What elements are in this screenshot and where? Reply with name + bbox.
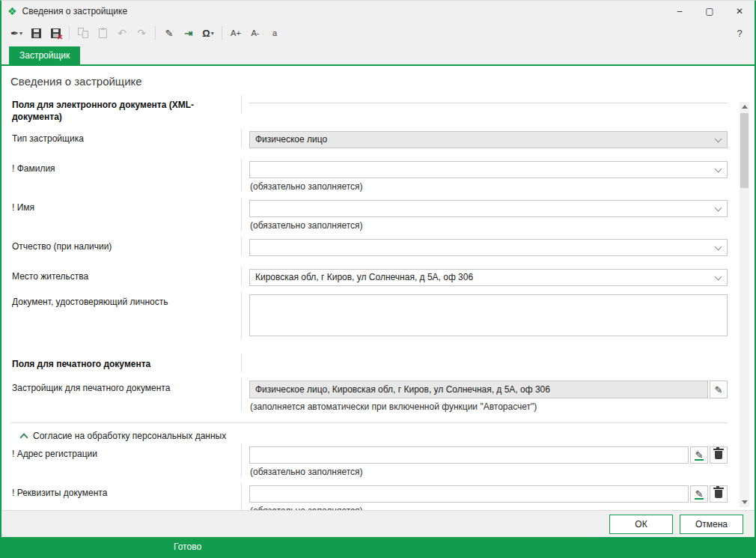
app-icon: ❖ — [7, 5, 17, 17]
field-row-surname: ! Фамилия (обязательно заполняется) — [1, 159, 728, 192]
minimize-button[interactable]: – — [665, 1, 695, 22]
close-button[interactable]: ✕ — [725, 1, 755, 22]
magic-wand-icon: ✎ — [165, 28, 174, 39]
trash-icon — [715, 490, 722, 498]
chevron-down-icon — [715, 204, 722, 212]
paste-button[interactable] — [94, 24, 112, 42]
import-button[interactable]: ⇥ — [180, 24, 198, 42]
page-title: Сведения о застройщике — [10, 75, 755, 88]
chevron-down-icon — [715, 243, 722, 251]
chevron-down-icon — [715, 273, 722, 281]
surname-hint: (обязательно заполняется) — [250, 181, 728, 192]
surname-combobox[interactable] — [249, 161, 728, 178]
fill-dropdown-button[interactable]: ✒ ▾ — [7, 24, 25, 42]
name-cell: (обязательно заполняется) — [241, 198, 728, 231]
font-increase-button[interactable]: A+ — [227, 24, 245, 42]
copy-button[interactable] — [74, 24, 92, 42]
font-decrease-button[interactable]: A- — [246, 24, 264, 42]
docreq-input[interactable] — [249, 485, 689, 503]
docreq-hint: (обязательно заполняется) — [250, 506, 728, 510]
tab-bar: Застройщик — [1, 44, 755, 66]
arrow-down-icon — [742, 500, 748, 504]
section-print-cell — [241, 354, 728, 372]
section-header-print: Поля для печатного документа — [1, 354, 241, 370]
omega-icon: Ω — [202, 28, 210, 39]
patronymic-cell — [241, 237, 728, 256]
regaddr-clear-button[interactable] — [710, 446, 728, 464]
paste-icon — [99, 28, 107, 38]
help-button[interactable]: ? — [731, 28, 749, 39]
print-developer-hint: (заполняется автоматически при включенно… — [250, 401, 728, 412]
iddoc-cell — [241, 292, 728, 339]
docreq-edit-button[interactable]: ✎ — [690, 485, 708, 503]
iddoc-textarea[interactable] — [249, 294, 728, 336]
save-close-button[interactable]: ✕ — [46, 24, 64, 42]
footer-bar: ОК Отмена — [1, 510, 755, 537]
pencil-icon: ✎ — [695, 450, 704, 460]
iddoc-label: Документ, удостоверяющий личность — [1, 292, 241, 308]
field-row-name: ! Имя (обязательно заполняется) — [1, 198, 728, 231]
toolbar-separator — [69, 26, 70, 40]
fill-icon: ✒ — [10, 28, 19, 39]
name-combobox[interactable] — [249, 200, 728, 217]
scroll-up-button[interactable] — [740, 102, 749, 112]
ok-button[interactable]: ОК — [609, 515, 673, 534]
copy-icon — [78, 28, 88, 38]
close-icon: ✕ — [736, 6, 743, 16]
content-area: Сведения о застройщике Поля для электрон… — [1, 66, 755, 510]
save-button[interactable] — [27, 24, 45, 42]
type-value: Физическое лицо — [255, 134, 327, 145]
undo-button[interactable]: ↶ — [113, 24, 131, 42]
vertical-scrollbar[interactable] — [740, 102, 749, 507]
section-row-xml: Поля для электронного документа (XML-док… — [1, 95, 728, 123]
minimize-icon: – — [677, 6, 683, 16]
regaddr-hint: (обязательно заполняется) — [250, 467, 728, 477]
cancel-button[interactable]: Отмена — [680, 515, 743, 534]
regaddr-cell: ✎ (обязательно заполняется) — [241, 444, 728, 477]
undo-icon: ↶ — [118, 27, 126, 39]
scrollbar-thumb[interactable] — [740, 113, 749, 188]
patronymic-label: Отчество (при наличии) — [1, 237, 241, 252]
redo-button[interactable]: ↷ — [132, 24, 150, 42]
scroll-down-button[interactable] — [740, 497, 749, 507]
patronymic-combobox[interactable] — [249, 239, 728, 256]
maximize-button[interactable]: ▢ — [695, 1, 725, 22]
name-hint: (обязательно заполняется) — [250, 220, 728, 231]
chevron-down-icon: ▾ — [19, 30, 22, 37]
type-combobox[interactable]: Физическое лицо — [249, 131, 728, 148]
print-developer-field: Физическое лицо, Кировская обл, г Киров,… — [249, 380, 708, 398]
print-developer-edit-button[interactable]: ✎ — [710, 380, 728, 398]
toolbar: ✒ ▾ ✕ ↶ ↷ ✎ ⇥ Ω ▾ A+ A- a ? — [1, 22, 755, 44]
section-header-xml: Поля для электронного документа (XML-док… — [1, 95, 241, 123]
name-label: ! Имя — [1, 198, 241, 213]
font-case-button[interactable]: a — [266, 24, 284, 42]
redo-icon: ↷ — [137, 27, 146, 39]
tab-developer[interactable]: Застройщик — [9, 46, 80, 64]
import-icon: ⇥ — [185, 28, 193, 39]
symbol-dropdown-button[interactable]: Ω ▾ — [199, 24, 217, 42]
print-developer-label: Застройщик для печатного документа — [1, 378, 241, 394]
field-row-patronymic: Отчество (при наличии) — [1, 237, 728, 256]
field-row-regaddr: ! Адрес регистрации ✎ (обязательно запол… — [1, 444, 728, 477]
status-text: Готово — [174, 542, 201, 552]
chevron-down-icon — [715, 166, 722, 173]
field-row-type: Тип застройщика Физическое лицо — [1, 129, 728, 148]
residence-combobox[interactable]: Кировская обл, г Киров, ул Солнечная, д … — [249, 269, 728, 286]
pencil-icon: ✎ — [715, 385, 723, 395]
trash-icon — [715, 451, 722, 459]
regaddr-edit-button[interactable]: ✎ — [690, 446, 708, 464]
autocalc-button[interactable]: ✎ — [160, 24, 178, 42]
regaddr-input[interactable] — [249, 446, 689, 464]
regaddr-label: ! Адрес регистрации — [1, 444, 241, 460]
docreq-label: ! Реквизиты документа — [1, 483, 241, 499]
maximize-icon: ▢ — [705, 6, 713, 16]
print-developer-cell: Физическое лицо, Кировская обл, г Киров,… — [241, 378, 728, 412]
dialog-window: ❖ Сведения о застройщике – ▢ ✕ ✒ ▾ ✕ ↶ ↷… — [0, 0, 756, 558]
consent-section-title: Согласие на обработку персональных данны… — [33, 431, 226, 441]
status-bar: Готово — [1, 537, 755, 557]
docreq-clear-button[interactable] — [710, 485, 728, 503]
type-label: Тип застройщика — [1, 129, 241, 145]
residence-value: Кировская обл, г Киров, ул Солнечная, д … — [255, 272, 473, 282]
consent-section-header[interactable]: Согласие на обработку персональных данны… — [1, 423, 728, 444]
save-close-icon: ✕ — [51, 28, 61, 38]
